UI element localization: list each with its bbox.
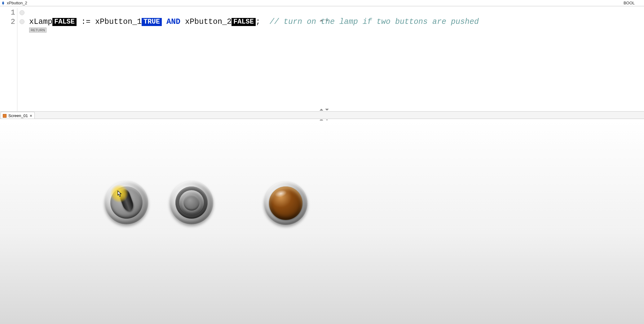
visualization-icon [3,114,7,118]
tab-screen-01[interactable]: Screen_01 × [1,112,35,119]
breakpoint-marker[interactable] [20,10,24,15]
rotary-switch[interactable] [105,181,148,224]
button-cap[interactable] [179,190,204,215]
keyword-and: AND [166,17,180,26]
identifier: xPbutton_2 [185,17,232,26]
variable-declaration-row[interactable]: xPbutton_2 BOOL [0,0,644,6]
push-button[interactable] [170,181,213,224]
variable-icon [1,1,5,5]
svg-point-0 [2,2,4,4]
pane-splitter-icon[interactable] [313,120,331,121]
value-pill-false: FALSE [232,18,256,26]
close-icon[interactable]: × [30,113,32,118]
visualization-pane[interactable] [0,120,644,324]
line-number: 2 [0,17,15,27]
return-chip: RETURN [29,28,46,33]
value-pill-true: TRUE [142,18,162,26]
identifier: xPbutton_1 [95,17,142,26]
semicolon: ; [256,17,260,26]
svg-rect-2 [3,4,3,5]
svg-rect-1 [3,1,3,2]
identifier: xLamp [29,17,52,26]
tab-strip: Screen_01 × [0,112,644,119]
variable-name: xPbutton_2 [7,1,27,5]
line-number-gutter: 1 2 [0,8,17,111]
operator-assign: := [77,17,95,26]
variable-type: BOOL [624,1,644,5]
code-editor[interactable]: 1 2 xLampFALSE := xPbutton_1TRUE AND xPb… [0,6,644,112]
code-area[interactable]: xLampFALSE := xPbutton_1TRUE AND xPbutto… [29,8,642,45]
tab-label: Screen_01 [8,113,28,118]
indicator-lamp [264,182,307,225]
line-number: 1 [0,8,15,17]
pane-splitter-icon[interactable] [313,108,331,112]
breakpoint-column[interactable] [18,8,26,28]
comment: // turn on the lamp if two buttons are p… [270,17,479,26]
value-pill-false: FALSE [52,18,77,26]
breakpoint-marker[interactable] [20,19,24,24]
lamp-lens [269,186,302,220]
